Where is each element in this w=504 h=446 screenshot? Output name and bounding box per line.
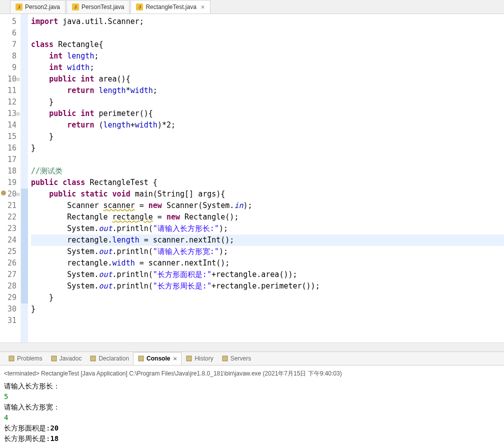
line-number: 31: [2, 315, 16, 326]
bottom-tab-label: Declaration: [98, 355, 129, 362]
editor-tab-RectangleTest-java[interactable]: JRectangleTest.java✕: [130, 0, 210, 14]
line-number: 9: [2, 62, 16, 74]
code-line[interactable]: rectangle.length = scanner.nextInt();: [31, 234, 504, 246]
code-line[interactable]: System.out.println("长方形面积是:"+rectangle.a…: [31, 269, 504, 280]
code-line[interactable]: }: [31, 304, 504, 315]
tab-label: PersonTest.java: [82, 4, 124, 10]
svg-rect-2: [90, 356, 96, 361]
code-line[interactable]: }: [31, 96, 504, 108]
console-input-line: 5: [4, 392, 500, 402]
bottom-tab-history[interactable]: History: [182, 352, 217, 365]
code-line[interactable]: }: [31, 131, 504, 142]
console-output-line: 长方形面积是:20: [4, 423, 500, 434]
code-line[interactable]: Scanner scanner = new Scanner(System.in)…: [31, 200, 504, 212]
bottom-tab-javadoc[interactable]: Javadoc: [46, 352, 86, 365]
line-number: 10⊟: [2, 74, 16, 85]
line-number: 15: [2, 131, 16, 142]
line-number: 8: [2, 50, 16, 62]
bottom-tab-servers[interactable]: Servers: [218, 352, 255, 365]
java-file-icon: J: [136, 4, 143, 10]
editor-tab-PersonTest-java[interactable]: JPersonTest.java: [66, 0, 130, 14]
line-number: 5: [2, 16, 16, 28]
line-number: 28: [2, 280, 16, 292]
line-number: 18: [2, 166, 16, 177]
bottom-tab-label: Problems: [17, 355, 42, 362]
close-icon[interactable]: ✕: [173, 356, 177, 362]
line-number: 13⊟: [2, 108, 16, 120]
line-number: 7: [2, 39, 16, 50]
editor-tabs: JPerson2.javaJPersonTest.javaJRectangleT…: [0, 0, 504, 14]
code-editor[interactable]: 5678910⊟111213⊟14151617181920⊟2122232425…: [0, 14, 504, 342]
bottom-tab-label: Javadoc: [60, 355, 82, 362]
line-number: 6: [2, 28, 16, 39]
code-line[interactable]: [31, 28, 504, 39]
line-number: 22: [2, 212, 16, 223]
code-line[interactable]: System.out.println("请输入长方形宽:");: [31, 246, 504, 258]
console-panel[interactable]: <terminated> RectangleTest [Java Applica…: [0, 366, 504, 446]
bottom-tab-label: Console: [146, 355, 170, 362]
line-number: 30: [2, 304, 16, 315]
line-number: 23: [2, 223, 16, 234]
line-number: 21: [2, 200, 16, 212]
bottom-tab-problems[interactable]: Problems: [4, 352, 46, 365]
line-number: 11: [2, 85, 16, 96]
svg-rect-3: [138, 356, 144, 361]
console-input-line: 4: [4, 412, 500, 423]
code-line[interactable]: rectangle.width = scanner.nextInt();: [31, 258, 504, 269]
line-number: 27: [2, 269, 16, 280]
code-line[interactable]: System.out.println("请输入长方形长:");: [31, 223, 504, 234]
line-number: 14: [2, 120, 16, 131]
console-output: 请输入长方形长：5请输入长方形宽：4长方形面积是:20长方形周长是:18: [4, 381, 500, 444]
svg-rect-4: [186, 356, 192, 361]
warning-marker-icon[interactable]: [1, 190, 6, 196]
console-header: <terminated> RectangleTest [Java Applica…: [4, 368, 500, 381]
tab-label: Person2.java: [25, 4, 60, 10]
line-number: 25: [2, 246, 16, 258]
svg-rect-5: [222, 356, 228, 361]
close-icon[interactable]: ✕: [200, 4, 205, 10]
line-number: 24: [2, 234, 16, 246]
code-line[interactable]: public int perimeter(){: [31, 108, 504, 120]
code-line[interactable]: import java.util.Scanner;: [31, 16, 504, 28]
fold-icon[interactable]: ⊟: [16, 74, 20, 85]
code-line[interactable]: public class RectangleTest {: [31, 177, 504, 188]
line-number: 19: [2, 177, 16, 188]
code-line[interactable]: return (length+width)*2;: [31, 120, 504, 131]
svg-rect-0: [9, 356, 14, 361]
declaration-icon: [90, 355, 96, 362]
line-number: 17: [2, 154, 16, 166]
code-line[interactable]: class Rectangle{: [31, 39, 504, 50]
code-line[interactable]: int length;: [31, 50, 504, 62]
code-line[interactable]: public static void main(String[] args){: [31, 188, 504, 200]
java-file-icon: J: [72, 4, 79, 10]
tab-label: RectangleTest.java: [146, 4, 196, 10]
code-line[interactable]: public int area(){: [31, 74, 504, 85]
fold-icon[interactable]: ⊟: [16, 108, 20, 120]
line-number: 12: [2, 96, 16, 108]
code-line[interactable]: int width;: [31, 62, 504, 74]
editor-tab-Person2-java[interactable]: JPerson2.java: [10, 0, 66, 14]
horizontal-scrollbar[interactable]: [0, 342, 504, 352]
bottom-tab-console[interactable]: Console✕: [133, 352, 182, 365]
bottom-tab-declaration[interactable]: Declaration: [86, 352, 133, 365]
line-number: 20⊟: [2, 188, 16, 200]
code-line[interactable]: }: [31, 292, 504, 304]
code-line[interactable]: System.out.println("长方形周长是:"+rectangle.p…: [31, 280, 504, 292]
java-file-icon: J: [16, 4, 22, 10]
code-line[interactable]: [31, 154, 504, 166]
code-line[interactable]: Rectangle rectangle = new Rectangle();: [31, 212, 504, 223]
javadoc-icon: [50, 355, 58, 362]
problems-icon: [8, 355, 15, 362]
code-line[interactable]: //测试类: [31, 166, 504, 177]
bottom-tab-label: History: [194, 355, 213, 362]
code-line[interactable]: return length*width;: [31, 85, 504, 96]
console-output-line: 长方形周长是:18: [4, 434, 500, 444]
code-line[interactable]: [31, 315, 504, 326]
fold-icon[interactable]: ⊟: [16, 188, 20, 200]
line-gutter: 5678910⊟111213⊟14151617181920⊟2122232425…: [0, 14, 21, 342]
code-area[interactable]: import java.util.Scanner;class Rectangle…: [28, 14, 504, 342]
code-line[interactable]: }: [31, 142, 504, 154]
change-ruler: [21, 14, 28, 342]
line-number: 29: [2, 292, 16, 304]
bottom-tab-label: Servers: [230, 355, 251, 362]
